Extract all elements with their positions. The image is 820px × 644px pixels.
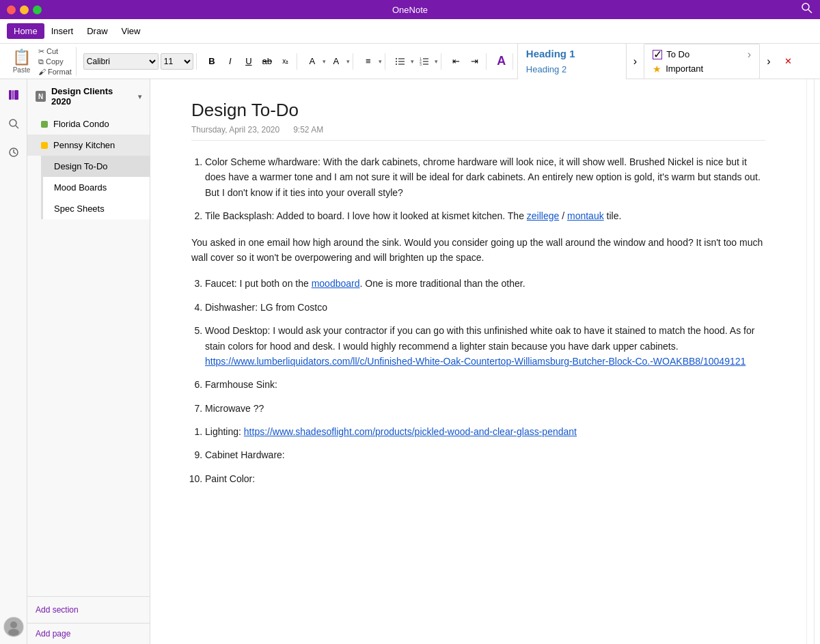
list-item-2-text-pre: Tile Backsplash: Added to board. I love … (205, 210, 527, 221)
close-button[interactable] (7, 5, 16, 14)
cut-button[interactable]: ✂ Cut (37, 47, 73, 56)
clipboard-group: 📋 Paste ✂ Cut ⧉ Copy 🖌 Format (5, 47, 77, 76)
main-layout: N Design Clients 2020 ▾ Florida Condo Pe… (0, 79, 820, 644)
montauk-link[interactable]: montauk (567, 210, 604, 221)
font-size-select[interactable]: 11 (161, 53, 193, 70)
menu-home[interactable]: Home (7, 23, 44, 39)
page-mood-boards-label: Mood Boards (54, 182, 107, 193)
menu-view[interactable]: View (115, 23, 148, 39)
strikethrough-button[interactable]: ab (259, 53, 275, 70)
list-item-7: Microwave ?? (205, 401, 765, 416)
lumber-link[interactable]: https://www.lumberliquidators.com/ll/c/U… (205, 356, 746, 367)
align-button[interactable]: ≡ (360, 53, 377, 70)
menu-insert[interactable]: Insert (44, 23, 81, 39)
bold-button[interactable]: B (204, 53, 220, 70)
subscript-button[interactable]: x₂ (277, 53, 294, 70)
list-item-9-text: Cabinet Hardware: (205, 449, 285, 460)
numbered-list-icon: 1. 2. 3. (419, 56, 430, 67)
svg-point-21 (10, 621, 17, 628)
menu-draw[interactable]: Draw (80, 23, 114, 39)
right-panel (806, 79, 820, 644)
copy-button[interactable]: ⧉ Copy (37, 57, 73, 66)
add-section-button[interactable]: Add section (36, 605, 141, 615)
list-item-3-post: . One is more traditional than the other… (360, 278, 525, 289)
list-item-6: Farmhouse Sink: (205, 377, 765, 392)
cut-label: Cut (46, 47, 58, 55)
notebook-dropdown-arrow[interactable]: ▾ (138, 93, 141, 100)
recent-icon[interactable] (3, 142, 24, 163)
page-design-todo[interactable]: Design To-Do (43, 156, 150, 177)
notebook-icon: N (36, 91, 46, 102)
page-spec-sheets[interactable]: Spec Sheets (43, 198, 150, 219)
section-pennsy-kitchen[interactable]: Pennsy Kitchen (27, 135, 150, 156)
user-avatar[interactable] (3, 617, 24, 637)
list-item-1-text: Color Scheme w/hardware: With the dark c… (205, 156, 761, 198)
clear-format-icon: ✕ (784, 56, 792, 66)
bullet-list-icon (395, 56, 406, 67)
page-mood-boards[interactable]: Mood Boards (43, 177, 150, 198)
sidebar-icon-panel (0, 79, 27, 644)
bullet-list-button[interactable] (392, 53, 409, 70)
zeillege-link[interactable]: zeillege (527, 210, 559, 221)
notebooks-icon[interactable] (3, 85, 24, 105)
styles-panel: Heading 1 Heading 2 (517, 43, 627, 80)
pennsy-kitchen-dot (41, 142, 48, 149)
add-page-button[interactable]: Add page (36, 629, 141, 639)
svg-point-0 (802, 3, 809, 10)
underline-button[interactable]: U (241, 53, 257, 70)
styles-icon-button[interactable]: A (493, 53, 510, 70)
important-tag[interactable]: ★ Important (650, 62, 754, 76)
numbered-list-dropdown[interactable]: ▾ (435, 58, 438, 65)
highlight-dropdown[interactable]: ▾ (323, 58, 326, 65)
window-controls[interactable] (7, 5, 42, 14)
svg-line-1 (808, 10, 812, 13)
format-button[interactable]: 🖌 Format (37, 68, 73, 76)
paragraph-group: ≡ ▾ (357, 53, 385, 70)
list-2: Faucet: I put both on the moodboard. One… (191, 276, 765, 416)
font-family-select[interactable]: Calibri (83, 53, 159, 70)
list-item-5-pre: Wood Desktop: I would ask your contracto… (205, 325, 754, 351)
align-dropdown[interactable]: ▾ (379, 58, 382, 65)
styles-arrow[interactable]: › (631, 55, 640, 68)
notebooks-svg-icon (8, 89, 20, 101)
heading1-style[interactable]: Heading 1 (523, 46, 620, 61)
important-label: Important (666, 64, 703, 74)
font-group: Calibri 11 (81, 53, 197, 70)
heading2-style[interactable]: Heading 2 (523, 61, 620, 76)
section-florida-condo[interactable]: Florida Condo (27, 113, 150, 135)
page-design-todo-label: Design To-Do (54, 161, 108, 171)
shades-link[interactable]: https://www.shadesoflight.com/products/p… (244, 426, 577, 437)
svg-point-22 (8, 629, 19, 636)
tags-panel: ✓ To Do › ★ Important (644, 44, 760, 79)
todo-checkbox[interactable]: ✓ (653, 50, 662, 59)
moodboard-link[interactable]: moodboard (312, 278, 360, 289)
increase-indent-button[interactable]: ⇥ (467, 53, 483, 70)
heading2-label: Heading 2 (526, 64, 566, 74)
note-content-area[interactable]: Design To-Do Thursday, April 23, 2020 9:… (150, 79, 806, 644)
decrease-indent-button[interactable]: ⇤ (448, 53, 465, 70)
font-color-button[interactable]: A (328, 53, 344, 70)
notebook-header[interactable]: N Design Clients 2020 ▾ (27, 79, 150, 113)
list-item-10: Paint Color: (205, 471, 765, 486)
search-icon[interactable] (801, 2, 813, 14)
tags-arrow[interactable]: › (764, 55, 773, 68)
svg-rect-2 (396, 58, 397, 59)
paste-button[interactable]: 📋 Paste (8, 47, 35, 75)
svg-rect-4 (396, 61, 397, 62)
italic-button[interactable]: I (222, 53, 238, 70)
cut-icon: ✂ (38, 47, 44, 56)
clear-format-button[interactable]: ✕ (780, 53, 797, 70)
bullet-list-dropdown[interactable]: ▾ (411, 58, 414, 65)
numbered-list-button[interactable]: 1. 2. 3. (416, 53, 433, 70)
todo-tag[interactable]: ✓ To Do › (650, 47, 754, 62)
paste-icon: 📋 (12, 48, 31, 66)
minimize-button[interactable] (20, 5, 29, 14)
note-body[interactable]: Color Scheme w/hardware: With the dark c… (191, 154, 765, 486)
search-sidebar-svg (8, 117, 20, 130)
search-sidebar-icon[interactable] (3, 113, 24, 134)
highlight-button[interactable]: A (304, 53, 320, 70)
font-color-dropdown[interactable]: ▾ (346, 58, 350, 65)
text-format-group: B I U ab x₂ (201, 53, 297, 70)
maximize-button[interactable] (33, 5, 42, 14)
important-star-icon: ★ (653, 64, 661, 74)
